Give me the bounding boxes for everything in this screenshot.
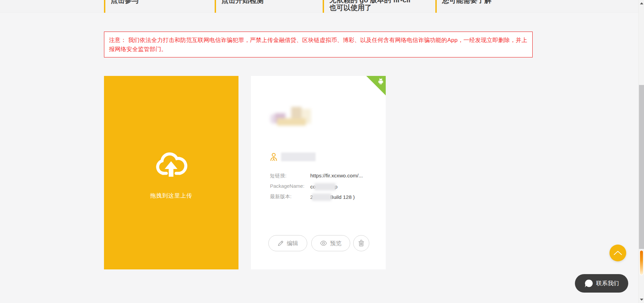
feature-item-1[interactable]: 点击参与: [104, 0, 206, 13]
feature-item-4[interactable]: 您可能需要了解: [435, 0, 538, 13]
app-card: 短链接: https://fir.xcxwo.com/... PackageNa…: [251, 76, 386, 269]
cloud-upload-icon: [153, 148, 190, 179]
chevron-up-icon: [613, 251, 622, 255]
package-name-value: cop: [310, 183, 337, 190]
field-short-link: 短链接: https://fir.xcxwo.com/...: [270, 173, 374, 179]
back-to-top-button[interactable]: [609, 245, 626, 261]
app-logo-redacted: [270, 105, 311, 126]
contact-us-label: 联系我们: [596, 279, 619, 287]
feature-title: 点击参与: [111, 0, 206, 4]
upload-drop-label: 拖拽到这里上传: [104, 192, 238, 200]
contact-us-button[interactable]: 联系我们: [575, 274, 628, 293]
anti-fraud-warning-banner: 注意： 我们依法全力打击和防范互联网电信诈骗犯罪，严禁上传金融借贷、区块链虚拟币…: [104, 32, 533, 57]
preview-button[interactable]: 预览: [311, 235, 350, 251]
field-label: PackageName:: [270, 183, 310, 190]
scrollbar-thumb[interactable]: [639, 85, 644, 249]
eye-icon: [320, 241, 327, 246]
pencil-icon: [277, 240, 284, 247]
edit-button-label: 编辑: [287, 240, 298, 247]
feature-title: 您可能需要了解: [442, 0, 538, 4]
short-link-value[interactable]: https://fir.xcxwo.com/...: [310, 173, 363, 179]
field-latest-version: 最新版本: 2Build 128 ): [270, 193, 374, 201]
app-name-redacted: [281, 153, 316, 161]
delete-button[interactable]: [353, 235, 369, 251]
app-owner-row: [270, 153, 316, 161]
feature-item-2[interactable]: 点击开始检测: [215, 0, 317, 13]
upload-drop-zone[interactable]: 拖拽到这里上传: [104, 76, 238, 269]
person-icon: [270, 153, 277, 161]
chat-bubble-icon: [584, 279, 593, 288]
field-package-name: PackageName: cop: [270, 183, 374, 190]
feature-title: 无依赖的 go 版本的 fir-cli 也可以使用了: [329, 0, 425, 11]
trash-icon: [358, 240, 364, 247]
field-label: 短链接:: [270, 173, 310, 179]
page-scrollbar[interactable]: [638, 0, 644, 303]
edit-button[interactable]: 编辑: [268, 235, 307, 251]
android-icon: [377, 77, 384, 85]
preview-button-label: 预览: [330, 240, 341, 247]
top-feature-strip: 点击参与 点击开始检测 无依赖的 go 版本的 fir-cli 也可以使用了 您…: [0, 0, 644, 13]
field-label: 最新版本:: [270, 193, 310, 201]
package-name-redacted: [314, 183, 336, 190]
scroll-up-arrow-icon[interactable]: [640, 2, 643, 4]
latest-version-value: 2Build 128 ): [310, 193, 355, 201]
orange-scroll-indicator: [639, 250, 644, 276]
app-upload-page: { "colors": { "accent_orange": "#F5B60D"…: [0, 0, 644, 303]
android-platform-badge: [366, 76, 386, 95]
feature-title: 点击开始检测: [221, 0, 317, 4]
scroll-down-arrow-icon[interactable]: [640, 299, 643, 301]
feature-item-3[interactable]: 无依赖的 go 版本的 fir-cli 也可以使用了: [323, 0, 425, 13]
version-redacted: [312, 193, 331, 201]
